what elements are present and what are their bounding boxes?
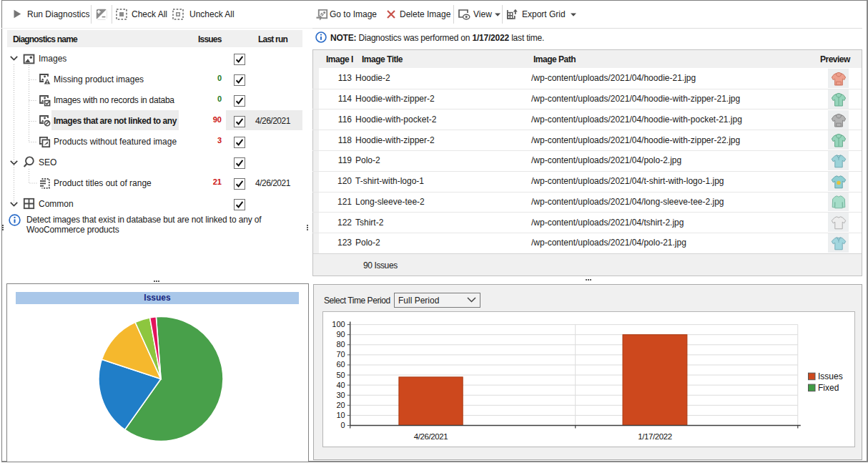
svg-text:90: 90 (336, 330, 345, 338)
svg-text:Fixed: Fixed (818, 383, 839, 393)
svg-text:50: 50 (336, 371, 345, 379)
svg-text:1/17/2022: 1/17/2022 (638, 432, 672, 441)
svg-text:60: 60 (336, 360, 345, 369)
svg-text:Issues: Issues (818, 371, 843, 381)
svg-text:100: 100 (332, 320, 345, 328)
svg-text:20: 20 (336, 401, 345, 409)
svg-text:80: 80 (336, 340, 345, 349)
svg-text:30: 30 (336, 391, 345, 399)
svg-text:4/26/2021: 4/26/2021 (414, 432, 448, 441)
svg-text:40: 40 (336, 381, 345, 389)
svg-text:0: 0 (341, 421, 345, 429)
svg-text:70: 70 (336, 350, 345, 359)
svg-text:10: 10 (336, 411, 345, 419)
